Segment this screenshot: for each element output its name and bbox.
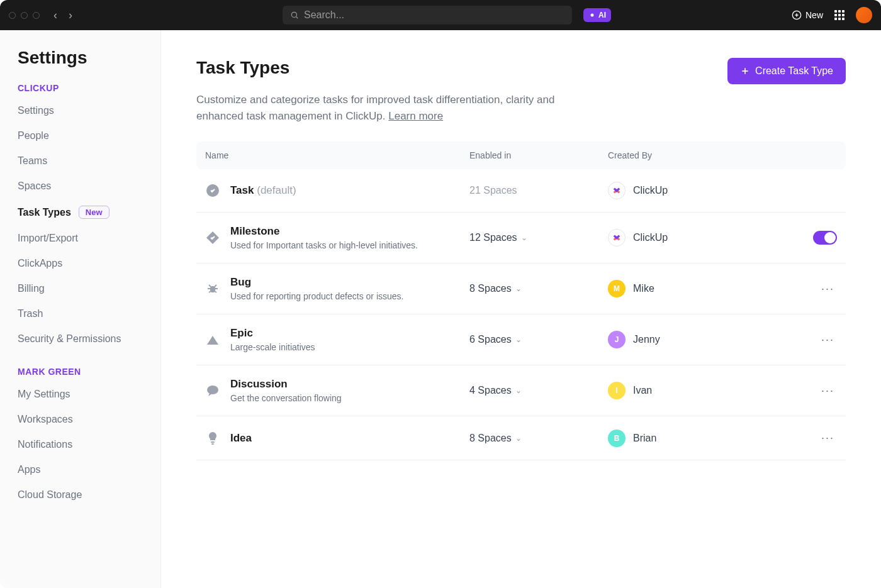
plus-icon bbox=[740, 66, 750, 76]
sidebar-item-label: Apps bbox=[18, 464, 40, 475]
enabled-value[interactable]: 12 Spaces⌄ bbox=[469, 232, 608, 243]
sidebar-item-import-export[interactable]: Import/Export bbox=[0, 226, 160, 251]
creator: ClickUp bbox=[608, 229, 799, 247]
task-types-table: Name Enabled in Created By Task (default… bbox=[196, 141, 846, 460]
creator-avatar bbox=[608, 229, 626, 247]
sidebar-item-label: Settings bbox=[18, 105, 54, 116]
sidebar-title: Settings bbox=[0, 48, 160, 83]
sidebar-item-label: My Settings bbox=[18, 389, 70, 400]
section-label-clickup: CLICKUP bbox=[0, 83, 160, 98]
type-name: Task (default) bbox=[230, 184, 296, 197]
svg-line-14 bbox=[209, 291, 211, 292]
table-row[interactable]: Epic Large-scale initiatives6 Spaces⌄JJe… bbox=[196, 314, 846, 365]
new-badge: New bbox=[79, 206, 109, 219]
creator-avatar: J bbox=[608, 331, 626, 348]
sidebar-item-label: Billing bbox=[18, 283, 45, 294]
svg-point-16 bbox=[207, 386, 218, 394]
learn-more-link[interactable]: Learn more bbox=[388, 110, 443, 122]
new-button[interactable]: New bbox=[792, 10, 823, 20]
type-name: Idea bbox=[230, 432, 252, 445]
window-maximize-icon[interactable] bbox=[33, 12, 40, 19]
sidebar-item-notifications[interactable]: Notifications bbox=[0, 432, 160, 457]
sidebar-item-teams[interactable]: Teams bbox=[0, 148, 160, 174]
enabled-value[interactable]: 8 Spaces⌄ bbox=[469, 433, 608, 444]
creator-name: Jenny bbox=[633, 334, 660, 345]
sidebar-item-label: Cloud Storage bbox=[18, 489, 82, 501]
sidebar-item-label: Teams bbox=[18, 155, 47, 167]
type-description: Used for reporting product defects or is… bbox=[230, 291, 403, 301]
enabled-value[interactable]: 6 Spaces⌄ bbox=[469, 334, 608, 345]
chevron-down-icon: ⌄ bbox=[515, 434, 522, 443]
sidebar-item-spaces[interactable]: Spaces bbox=[0, 174, 160, 199]
sidebar-item-label: Spaces bbox=[18, 180, 51, 192]
table-row[interactable]: Idea 8 Spaces⌄BBrian··· bbox=[196, 416, 846, 460]
chevron-down-icon: ⌄ bbox=[515, 284, 522, 293]
column-enabled: Enabled in bbox=[469, 150, 608, 160]
enabled-value[interactable]: 4 Spaces⌄ bbox=[469, 385, 608, 396]
create-task-type-button[interactable]: Create Task Type bbox=[727, 58, 846, 84]
svg-rect-18 bbox=[211, 443, 214, 445]
more-button[interactable]: ··· bbox=[819, 280, 837, 298]
discussion-icon bbox=[205, 383, 220, 398]
sidebar-item-billing[interactable]: Billing bbox=[0, 276, 160, 301]
sparkle-icon bbox=[588, 11, 596, 19]
sidebar-item-label: People bbox=[18, 130, 49, 141]
sidebar-item-settings[interactable]: Settings bbox=[0, 98, 160, 123]
idea-icon bbox=[205, 431, 220, 446]
table-row[interactable]: Task (default)21 SpacesClickUp bbox=[196, 169, 846, 213]
sidebar-item-trash[interactable]: Trash bbox=[0, 301, 160, 326]
user-avatar[interactable] bbox=[856, 7, 872, 23]
svg-line-15 bbox=[215, 291, 216, 292]
topbar: ‹ › Search... AI New bbox=[0, 0, 881, 30]
sidebar-item-people[interactable]: People bbox=[0, 123, 160, 148]
sidebar-item-security-permissions[interactable]: Security & Permissions bbox=[0, 326, 160, 352]
window-close-icon[interactable] bbox=[9, 12, 16, 19]
more-button[interactable]: ··· bbox=[819, 331, 837, 349]
table-header: Name Enabled in Created By bbox=[196, 141, 846, 169]
more-button[interactable]: ··· bbox=[819, 382, 837, 400]
sidebar-item-cloud-storage[interactable]: Cloud Storage bbox=[0, 482, 160, 508]
chevron-down-icon: ⌄ bbox=[515, 335, 522, 344]
forward-button[interactable]: › bbox=[65, 9, 76, 21]
sidebar-item-my-settings[interactable]: My Settings bbox=[0, 382, 160, 407]
window-minimize-icon[interactable] bbox=[21, 12, 28, 19]
table-row[interactable]: Discussion Get the conversation flowing4… bbox=[196, 365, 846, 416]
creator: JJenny bbox=[608, 331, 799, 348]
creator-name: ClickUp bbox=[633, 185, 668, 196]
milestone-icon bbox=[205, 230, 220, 245]
search-input[interactable]: Search... bbox=[283, 6, 572, 25]
type-description: Used for Important tasks or high-level i… bbox=[230, 240, 418, 250]
column-created: Created By bbox=[608, 150, 799, 160]
table-row[interactable]: Milestone Used for Important tasks or hi… bbox=[196, 213, 846, 263]
default-label: (default) bbox=[257, 184, 296, 196]
svg-point-2 bbox=[591, 14, 594, 17]
enabled-value: 21 Spaces bbox=[469, 185, 608, 196]
svg-rect-17 bbox=[211, 441, 215, 443]
sidebar-item-clickapps[interactable]: ClickApps bbox=[0, 251, 160, 276]
chevron-down-icon: ⌄ bbox=[521, 233, 527, 242]
creator-name: Ivan bbox=[633, 385, 652, 396]
back-button[interactable]: ‹ bbox=[50, 9, 61, 21]
table-row[interactable]: Bug Used for reporting product defects o… bbox=[196, 263, 846, 314]
sidebar-item-apps[interactable]: Apps bbox=[0, 457, 160, 482]
creator: MMike bbox=[608, 280, 799, 297]
creator: IIvan bbox=[608, 382, 799, 399]
sidebar-item-task-types[interactable]: Task TypesNew bbox=[0, 199, 160, 226]
apps-grid-icon[interactable] bbox=[834, 10, 845, 20]
type-description: Get the conversation flowing bbox=[230, 393, 342, 403]
sidebar-item-label: Task Types bbox=[18, 207, 71, 218]
more-button[interactable]: ··· bbox=[819, 429, 837, 447]
sidebar-item-workspaces[interactable]: Workspaces bbox=[0, 407, 160, 432]
window-controls bbox=[9, 12, 40, 19]
sidebar-item-label: Import/Export bbox=[18, 233, 78, 244]
creator-avatar bbox=[608, 182, 626, 199]
enable-toggle[interactable] bbox=[813, 231, 837, 245]
ai-button[interactable]: AI bbox=[583, 8, 611, 22]
type-name: Milestone bbox=[230, 225, 418, 238]
creator-name: Mike bbox=[633, 283, 654, 294]
enabled-value[interactable]: 8 Spaces⌄ bbox=[469, 283, 608, 294]
type-description: Large-scale initiatives bbox=[230, 342, 315, 352]
sidebar-item-label: ClickApps bbox=[18, 258, 62, 269]
type-name: Discussion bbox=[230, 378, 342, 391]
search-placeholder: Search... bbox=[304, 9, 344, 21]
